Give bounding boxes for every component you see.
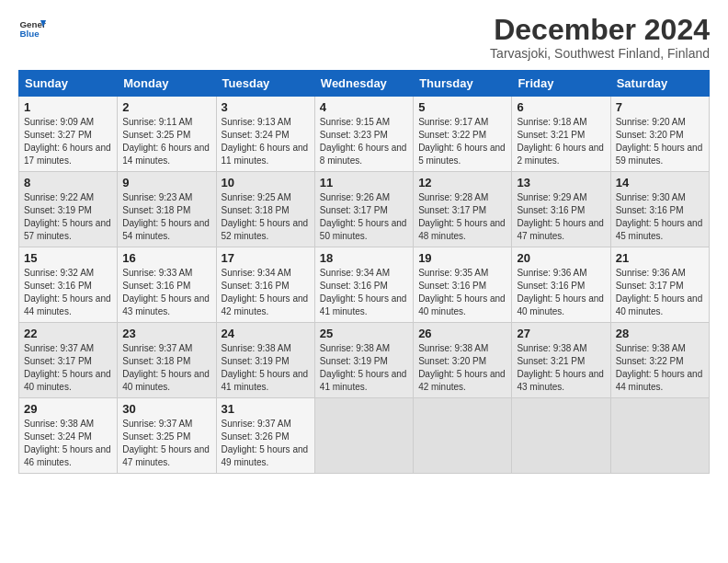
day-info: Sunrise: 9:34 AM Sunset: 3:16 PM Dayligh… <box>222 267 310 318</box>
table-row: 25Sunrise: 9:38 AM Sunset: 3:19 PM Dayli… <box>314 323 413 398</box>
day-number: 17 <box>222 251 310 265</box>
day-number: 27 <box>517 327 605 340</box>
day-info: Sunrise: 9:22 AM Sunset: 3:19 PM Dayligh… <box>24 191 112 243</box>
svg-text:Blue: Blue <box>20 29 40 39</box>
table-row: 27Sunrise: 9:38 AM Sunset: 3:21 PM Dayli… <box>512 323 610 398</box>
day-info: Sunrise: 9:38 AM Sunset: 3:20 PM Dayligh… <box>418 342 506 394</box>
day-number: 22 <box>24 327 112 340</box>
table-row: 20Sunrise: 9:36 AM Sunset: 3:16 PM Dayli… <box>512 247 610 323</box>
day-number: 2 <box>122 100 210 114</box>
day-number: 3 <box>222 100 310 114</box>
day-info: Sunrise: 9:13 AM Sunset: 3:24 PM Dayligh… <box>222 116 310 167</box>
day-info: Sunrise: 9:38 AM Sunset: 3:19 PM Dayligh… <box>222 342 310 394</box>
day-number: 30 <box>122 402 210 416</box>
title-area: December 2024 Tarvasjoki, Southwest Finl… <box>490 15 710 61</box>
calendar-week-row: 22Sunrise: 9:37 AM Sunset: 3:17 PM Dayli… <box>19 323 710 398</box>
day-number: 9 <box>122 176 210 190</box>
day-info: Sunrise: 9:17 AM Sunset: 3:22 PM Dayligh… <box>418 116 506 167</box>
day-number: 18 <box>320 251 408 265</box>
day-info: Sunrise: 9:36 AM Sunset: 3:16 PM Dayligh… <box>517 267 605 318</box>
day-number: 29 <box>24 402 112 416</box>
table-row <box>512 398 610 474</box>
col-wednesday: Wednesday <box>314 71 413 97</box>
day-info: Sunrise: 9:34 AM Sunset: 3:16 PM Dayligh… <box>320 267 408 318</box>
day-info: Sunrise: 9:32 AM Sunset: 3:16 PM Dayligh… <box>24 267 112 318</box>
day-info: Sunrise: 9:11 AM Sunset: 3:25 PM Dayligh… <box>122 116 210 167</box>
calendar-subtitle: Tarvasjoki, Southwest Finland, Finland <box>490 46 710 61</box>
col-saturday: Saturday <box>610 71 709 97</box>
table-row: 19Sunrise: 9:35 AM Sunset: 3:16 PM Dayli… <box>414 247 512 323</box>
day-info: Sunrise: 9:18 AM Sunset: 3:21 PM Dayligh… <box>517 116 605 167</box>
table-row <box>314 398 413 474</box>
table-row: 13Sunrise: 9:29 AM Sunset: 3:16 PM Dayli… <box>512 172 610 247</box>
table-row: 7Sunrise: 9:20 AM Sunset: 3:20 PM Daylig… <box>610 97 709 172</box>
day-number: 8 <box>24 176 112 190</box>
day-number: 28 <box>616 327 704 340</box>
day-number: 15 <box>24 251 112 265</box>
day-number: 19 <box>418 251 506 265</box>
day-info: Sunrise: 9:38 AM Sunset: 3:19 PM Dayligh… <box>320 342 408 394</box>
table-row: 21Sunrise: 9:36 AM Sunset: 3:17 PM Dayli… <box>610 247 709 323</box>
col-sunday: Sunday <box>19 71 118 97</box>
table-row: 6Sunrise: 9:18 AM Sunset: 3:21 PM Daylig… <box>512 97 610 172</box>
day-info: Sunrise: 9:37 AM Sunset: 3:18 PM Dayligh… <box>122 342 210 394</box>
table-row: 24Sunrise: 9:38 AM Sunset: 3:19 PM Dayli… <box>216 323 314 398</box>
day-info: Sunrise: 9:09 AM Sunset: 3:27 PM Dayligh… <box>24 116 112 167</box>
day-number: 24 <box>222 327 310 340</box>
day-number: 5 <box>418 100 506 114</box>
table-row: 16Sunrise: 9:33 AM Sunset: 3:16 PM Dayli… <box>118 247 216 323</box>
table-row: 17Sunrise: 9:34 AM Sunset: 3:16 PM Dayli… <box>216 247 314 323</box>
table-row: 22Sunrise: 9:37 AM Sunset: 3:17 PM Dayli… <box>19 323 118 398</box>
table-row: 26Sunrise: 9:38 AM Sunset: 3:20 PM Dayli… <box>414 323 512 398</box>
day-info: Sunrise: 9:29 AM Sunset: 3:16 PM Dayligh… <box>517 191 605 243</box>
calendar-week-row: 8Sunrise: 9:22 AM Sunset: 3:19 PM Daylig… <box>19 172 710 247</box>
day-info: Sunrise: 9:28 AM Sunset: 3:17 PM Dayligh… <box>418 191 506 243</box>
table-row <box>610 398 709 474</box>
calendar-header-row: Sunday Monday Tuesday Wednesday Thursday… <box>19 71 710 97</box>
table-row: 18Sunrise: 9:34 AM Sunset: 3:16 PM Dayli… <box>314 247 413 323</box>
table-row: 1Sunrise: 9:09 AM Sunset: 3:27 PM Daylig… <box>19 97 118 172</box>
day-number: 7 <box>616 100 704 114</box>
logo-icon: General Blue <box>18 15 46 42</box>
table-row: 2Sunrise: 9:11 AM Sunset: 3:25 PM Daylig… <box>118 97 216 172</box>
table-row <box>414 398 512 474</box>
day-info: Sunrise: 9:38 AM Sunset: 3:24 PM Dayligh… <box>24 418 112 469</box>
table-row: 11Sunrise: 9:26 AM Sunset: 3:17 PM Dayli… <box>314 172 413 247</box>
table-row: 10Sunrise: 9:25 AM Sunset: 3:18 PM Dayli… <box>216 172 314 247</box>
day-number: 25 <box>320 327 408 340</box>
day-info: Sunrise: 9:36 AM Sunset: 3:17 PM Dayligh… <box>616 267 704 318</box>
day-number: 26 <box>418 327 506 340</box>
day-number: 21 <box>616 251 704 265</box>
col-monday: Monday <box>118 71 216 97</box>
calendar-week-row: 29Sunrise: 9:38 AM Sunset: 3:24 PM Dayli… <box>19 398 710 474</box>
table-row: 15Sunrise: 9:32 AM Sunset: 3:16 PM Dayli… <box>19 247 118 323</box>
table-row: 12Sunrise: 9:28 AM Sunset: 3:17 PM Dayli… <box>414 172 512 247</box>
day-number: 16 <box>122 251 210 265</box>
day-info: Sunrise: 9:38 AM Sunset: 3:21 PM Dayligh… <box>517 342 605 394</box>
day-info: Sunrise: 9:25 AM Sunset: 3:18 PM Dayligh… <box>222 191 310 243</box>
col-friday: Friday <box>512 71 610 97</box>
table-row: 9Sunrise: 9:23 AM Sunset: 3:18 PM Daylig… <box>118 172 216 247</box>
calendar-title: December 2024 <box>490 15 710 44</box>
calendar-week-row: 15Sunrise: 9:32 AM Sunset: 3:16 PM Dayli… <box>19 247 710 323</box>
logo: General Blue <box>18 15 46 42</box>
table-row: 4Sunrise: 9:15 AM Sunset: 3:23 PM Daylig… <box>314 97 413 172</box>
day-number: 4 <box>320 100 408 114</box>
header: General Blue December 2024 Tarvasjoki, S… <box>18 15 710 61</box>
day-number: 31 <box>222 402 310 416</box>
day-info: Sunrise: 9:35 AM Sunset: 3:16 PM Dayligh… <box>418 267 506 318</box>
day-number: 14 <box>616 176 704 190</box>
calendar-table: Sunday Monday Tuesday Wednesday Thursday… <box>18 70 710 474</box>
table-row: 3Sunrise: 9:13 AM Sunset: 3:24 PM Daylig… <box>216 97 314 172</box>
day-number: 20 <box>517 251 605 265</box>
table-row: 31Sunrise: 9:37 AM Sunset: 3:26 PM Dayli… <box>216 398 314 474</box>
day-number: 13 <box>517 176 605 190</box>
calendar-week-row: 1Sunrise: 9:09 AM Sunset: 3:27 PM Daylig… <box>19 97 710 172</box>
day-info: Sunrise: 9:30 AM Sunset: 3:16 PM Dayligh… <box>616 191 704 243</box>
day-number: 10 <box>222 176 310 190</box>
day-info: Sunrise: 9:38 AM Sunset: 3:22 PM Dayligh… <box>616 342 704 394</box>
col-tuesday: Tuesday <box>216 71 314 97</box>
day-info: Sunrise: 9:33 AM Sunset: 3:16 PM Dayligh… <box>122 267 210 318</box>
table-row: 29Sunrise: 9:38 AM Sunset: 3:24 PM Dayli… <box>19 398 118 474</box>
day-number: 1 <box>24 100 112 114</box>
